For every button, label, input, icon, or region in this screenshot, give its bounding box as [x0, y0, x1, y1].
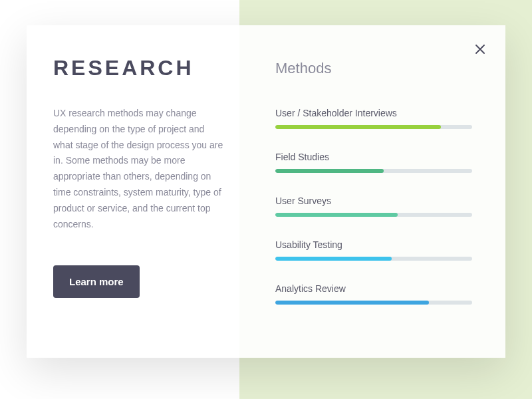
method-label: User / Stakeholder Interviews — [275, 108, 472, 118]
method-label: User Surveys — [275, 196, 472, 206]
progress-track — [275, 213, 472, 217]
progress-track — [275, 257, 472, 261]
progress-fill — [275, 169, 384, 173]
method-label: Usability Testing — [275, 239, 472, 250]
methods-heading: Methods — [275, 60, 472, 77]
learn-more-button[interactable]: Learn more — [53, 265, 140, 298]
method-item: Analytics Review — [275, 283, 472, 305]
progress-fill — [275, 125, 441, 129]
method-item: User Surveys — [275, 196, 472, 217]
research-card: RESEARCH UX research methods may change … — [27, 25, 505, 358]
progress-track — [275, 169, 472, 173]
method-item: User / Stakeholder Interviews — [275, 108, 472, 129]
progress-fill — [275, 257, 392, 261]
method-label: Analytics Review — [275, 283, 472, 294]
card-description: UX research methods may change depending… — [53, 106, 226, 232]
progress-track — [275, 125, 472, 129]
method-item: Field Studies — [275, 152, 472, 173]
methods-list: User / Stakeholder InterviewsField Studi… — [275, 108, 472, 305]
card-title: RESEARCH — [53, 56, 226, 80]
card-right-column: Methods User / Stakeholder InterviewsFie… — [253, 25, 505, 358]
method-item: Usability Testing — [275, 239, 472, 261]
progress-fill — [275, 301, 429, 305]
progress-track — [275, 301, 472, 305]
progress-fill — [275, 213, 398, 217]
card-left-column: RESEARCH UX research methods may change … — [27, 25, 253, 358]
close-button[interactable] — [472, 41, 488, 57]
close-icon — [474, 43, 486, 55]
method-label: Field Studies — [275, 152, 472, 162]
